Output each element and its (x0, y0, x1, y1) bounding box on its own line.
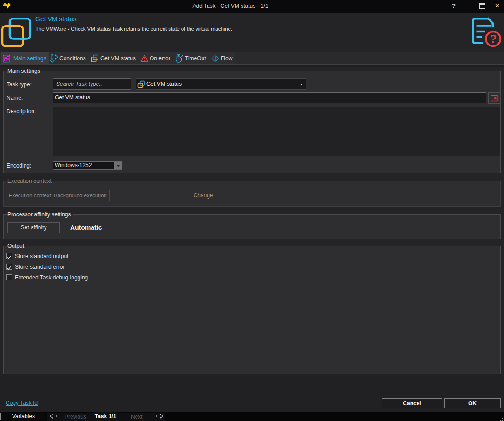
svg-text:?: ? (490, 32, 497, 45)
